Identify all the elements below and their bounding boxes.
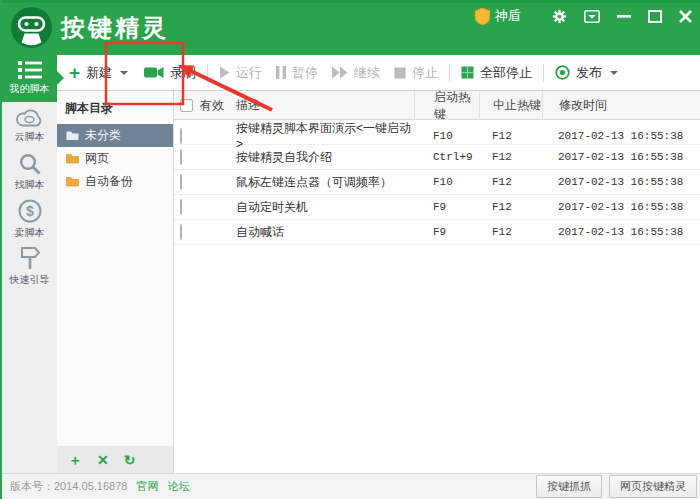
dollar-icon: $ bbox=[18, 199, 42, 223]
table-row[interactable]: 自动定时关机 F9 F12 2017-02-13 16:55:38 bbox=[174, 195, 700, 220]
sidebar-item-find-scripts[interactable]: 找脚本 bbox=[2, 149, 57, 196]
minimize-icon[interactable] bbox=[617, 10, 631, 22]
stop-all-button[interactable]: 全部停止 bbox=[459, 60, 534, 86]
script-toolbar: + 新建 录制 运行 暂停 bbox=[57, 55, 700, 91]
version-number: 2014.05.16878 bbox=[54, 480, 127, 492]
app-logo-robot-icon bbox=[10, 6, 53, 49]
publish-label: 发布 bbox=[576, 64, 602, 82]
modified-time: 2017-02-13 16:55:38 bbox=[542, 176, 700, 188]
directory-item-uncategorized[interactable]: 未分类 bbox=[57, 124, 173, 147]
toolbar-separator bbox=[207, 64, 208, 82]
row-checkbox[interactable] bbox=[180, 128, 182, 144]
pause-icon bbox=[276, 66, 286, 79]
pause-button[interactable]: 暂停 bbox=[274, 60, 320, 86]
sidebar-item-my-scripts[interactable]: 我的脚本 bbox=[2, 55, 57, 102]
row-checkbox[interactable] bbox=[180, 199, 182, 215]
new-script-button[interactable]: + 新建 bbox=[67, 60, 130, 86]
svg-text:$: $ bbox=[26, 203, 34, 219]
refresh-button[interactable]: ↻ bbox=[124, 453, 136, 467]
start-hotkey: F9 bbox=[414, 226, 479, 238]
abort-hotkey: F12 bbox=[479, 151, 542, 163]
active-nav-arrow bbox=[57, 71, 64, 85]
script-desc: 按键精灵自我介绍 bbox=[236, 149, 414, 166]
start-hotkey: F10 bbox=[414, 176, 479, 188]
new-script-label: 新建 bbox=[86, 64, 112, 82]
continue-button[interactable]: 继续 bbox=[330, 60, 382, 86]
version-text: 版本号：2014.05.16878 bbox=[10, 479, 127, 494]
search-icon bbox=[19, 153, 41, 175]
left-nav-sidebar: 我的脚本 云脚本 找脚本 $ 卖脚本 bbox=[2, 55, 57, 473]
directory-item-label: 自动备份 bbox=[85, 173, 133, 190]
select-all-checkbox[interactable] bbox=[180, 99, 193, 112]
toolbar-separator bbox=[449, 64, 450, 82]
script-desc: 自动喊话 bbox=[236, 224, 414, 241]
directory-header: 脚本目录 bbox=[57, 91, 173, 124]
continue-label: 继续 bbox=[354, 64, 380, 82]
status-bar: 版本号：2014.05.16878 官网 论坛 按键抓抓 网页按键精灵 bbox=[2, 473, 700, 499]
publish-button[interactable]: 发布 bbox=[553, 60, 620, 86]
run-button[interactable]: 运行 bbox=[217, 60, 264, 86]
column-header-valid[interactable]: 有效 bbox=[200, 91, 236, 120]
modified-time: 2017-02-13 16:55:38 bbox=[542, 151, 700, 163]
abort-hotkey: F12 bbox=[479, 130, 542, 142]
app-window: 按键精灵 神盾 bbox=[0, 0, 700, 499]
sidebar-item-sell-scripts[interactable]: $ 卖脚本 bbox=[2, 196, 57, 243]
directory-item-web[interactable]: 网页 bbox=[57, 147, 173, 170]
add-folder-button[interactable]: ＋ bbox=[68, 453, 82, 467]
table-header-row: 有效 描述 启动热键 中止热键 修改时间 bbox=[174, 91, 700, 120]
title-bar: 按键精灵 神盾 bbox=[2, 0, 700, 55]
directory-item-label: 网页 bbox=[85, 150, 109, 167]
web-quickmacro-button[interactable]: 网页按键精灵 bbox=[609, 475, 697, 498]
run-label: 运行 bbox=[236, 64, 262, 82]
collapse-to-tray-icon[interactable] bbox=[584, 10, 600, 23]
app-title: 按键精灵 bbox=[61, 12, 169, 44]
stop-all-label: 全部停止 bbox=[480, 64, 532, 82]
pause-label: 暂停 bbox=[292, 64, 318, 82]
column-header-desc[interactable]: 描述 bbox=[236, 91, 414, 120]
directory-tools-bar: ＋ ✕ ↻ bbox=[57, 446, 173, 473]
settings-gear-icon[interactable] bbox=[552, 9, 567, 24]
sidebar-item-quick-guide[interactable]: 快速引导 bbox=[2, 243, 57, 290]
table-row[interactable]: 按键精灵脚本界面演示<一键启动> F10 F12 2017-02-13 16:5… bbox=[174, 120, 700, 145]
key-grabber-button[interactable]: 按键抓抓 bbox=[536, 475, 602, 498]
stop-button[interactable]: 停止 bbox=[392, 60, 440, 86]
sidebar-item-label: 快速引导 bbox=[10, 273, 50, 287]
column-header-modified[interactable]: 修改时间 bbox=[542, 91, 700, 120]
column-header-abort-hotkey[interactable]: 中止热键 bbox=[479, 91, 542, 120]
table-row[interactable]: 按键精灵自我介绍 Ctrl+9 F12 2017-02-13 16:55:38 bbox=[174, 145, 700, 170]
modified-time: 2017-02-13 16:55:38 bbox=[542, 201, 700, 213]
directory-item-label: 未分类 bbox=[85, 127, 121, 144]
stop-icon bbox=[394, 67, 406, 79]
maximize-icon[interactable] bbox=[648, 10, 662, 23]
script-desc: 按键精灵脚本界面演示<一键启动> bbox=[236, 120, 414, 151]
script-list-icon bbox=[18, 61, 42, 79]
column-header-start-hotkey[interactable]: 启动热键 bbox=[414, 91, 479, 120]
start-hotkey: F9 bbox=[414, 201, 479, 213]
close-icon[interactable] bbox=[679, 10, 692, 23]
record-label: 录制 bbox=[170, 64, 196, 82]
modified-time: 2017-02-13 16:55:38 bbox=[542, 226, 700, 238]
stop-all-icon bbox=[461, 66, 474, 79]
shield-badge[interactable]: 神盾 bbox=[475, 7, 521, 25]
table-row[interactable]: 鼠标左键连点器（可调频率） F10 F12 2017-02-13 16:55:3… bbox=[174, 170, 700, 195]
official-site-link[interactable]: 官网 bbox=[136, 479, 158, 494]
row-checkbox[interactable] bbox=[180, 174, 182, 190]
delete-folder-button[interactable]: ✕ bbox=[97, 453, 109, 467]
start-hotkey: F10 bbox=[414, 130, 479, 142]
start-hotkey: Ctrl+9 bbox=[414, 151, 479, 163]
forum-link[interactable]: 论坛 bbox=[167, 479, 189, 494]
sidebar-item-label: 找脚本 bbox=[15, 178, 45, 192]
row-checkbox[interactable] bbox=[180, 149, 182, 165]
chevron-down-icon bbox=[610, 71, 618, 75]
table-row[interactable]: 自动喊话 F9 F12 2017-02-13 16:55:38 bbox=[174, 220, 700, 245]
chevron-down-icon bbox=[120, 71, 128, 75]
record-button[interactable]: 录制 bbox=[142, 60, 198, 86]
version-label: 版本号： bbox=[10, 480, 54, 492]
fast-forward-icon bbox=[332, 66, 348, 79]
sidebar-item-cloud-scripts[interactable]: 云脚本 bbox=[2, 102, 57, 149]
script-desc: 自动定时关机 bbox=[236, 199, 414, 216]
directory-item-auto-backup[interactable]: 自动备份 bbox=[57, 170, 173, 193]
sidebar-item-label: 卖脚本 bbox=[15, 226, 45, 240]
row-checkbox[interactable] bbox=[180, 224, 182, 240]
video-camera-icon bbox=[144, 65, 164, 80]
